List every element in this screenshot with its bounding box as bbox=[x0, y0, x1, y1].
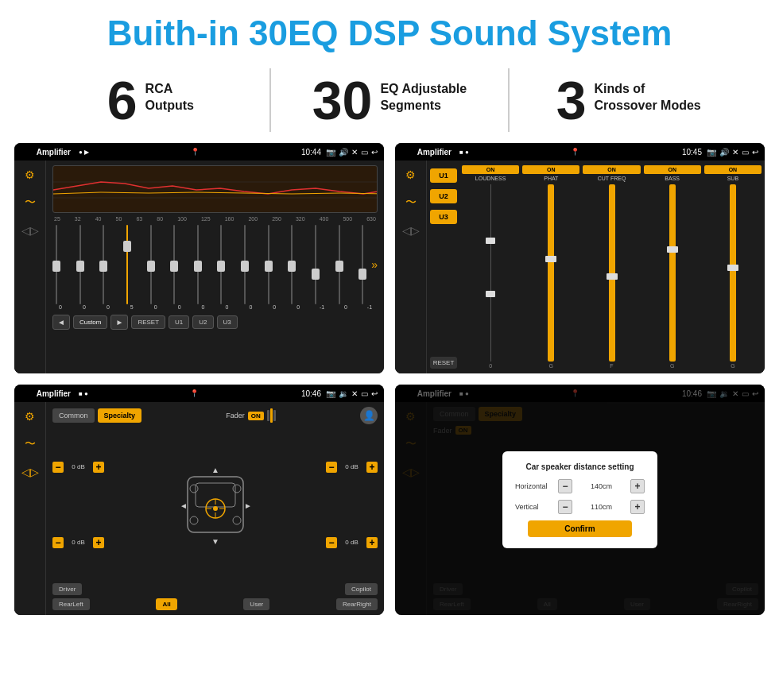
speaker-main-area: Common Specialty Fader ON 👤 bbox=[46, 402, 384, 615]
dialog-title: Car speaker distance setting bbox=[515, 462, 645, 471]
back-icon[interactable]: ↩ bbox=[371, 148, 378, 157]
u3-button[interactable]: U3 bbox=[430, 210, 457, 224]
common-tab[interactable]: Common bbox=[52, 408, 95, 423]
xover-filter-icon[interactable]: ⚙ bbox=[405, 168, 416, 181]
car-diagram: ▲ ▼ ◄ ► bbox=[109, 429, 321, 580]
window-icon-3: ▭ bbox=[361, 389, 368, 398]
svg-text:▼: ▼ bbox=[211, 537, 219, 546]
eq-freq-labels: 25 32 40 50 63 80 100 125 160 200 250 32… bbox=[52, 216, 378, 222]
driver-button[interactable]: Driver bbox=[52, 583, 82, 595]
u1-button[interactable]: U1 bbox=[430, 168, 457, 183]
home-icon-2[interactable]: ⌂ bbox=[401, 145, 409, 159]
eq-volume-icon[interactable]: ◁▷ bbox=[21, 224, 39, 237]
db-control-2: − 0 dB + bbox=[52, 537, 104, 548]
eq-prev-button[interactable]: ◄ bbox=[52, 315, 70, 330]
screenshots-grid: ⌂ Amplifier ● ▶ 📍 10:44 📷 🔊 ✕ ▭ ↩ ⚙ 〜 ◁▷ bbox=[0, 143, 779, 623]
xover-wave-icon[interactable]: 〜 bbox=[405, 195, 417, 210]
fader-sliders bbox=[267, 408, 276, 423]
spk-wave-icon[interactable]: 〜 bbox=[25, 437, 36, 451]
home-icon-3[interactable]: ⌂ bbox=[21, 386, 29, 400]
speaker-layout: − 0 dB + − 0 dB + bbox=[52, 429, 378, 580]
eq-slider-13[interactable] bbox=[358, 225, 366, 304]
specialty-tab[interactable]: Specialty bbox=[98, 408, 142, 423]
db-control-3: − 0 dB + bbox=[326, 462, 378, 473]
eq-slider-2[interactable] bbox=[99, 225, 107, 304]
eq-u3-button[interactable]: U3 bbox=[217, 315, 238, 329]
svg-point-5 bbox=[213, 506, 218, 511]
horizontal-minus-button[interactable]: − bbox=[558, 479, 572, 493]
db-value-4: 0 dB bbox=[339, 539, 365, 546]
eq-u2-button[interactable]: U2 bbox=[192, 315, 213, 329]
fader-on-badge[interactable]: ON bbox=[248, 412, 264, 420]
eq-slider-6[interactable] bbox=[194, 225, 202, 304]
db-plus-4[interactable]: + bbox=[366, 537, 378, 548]
u2-button[interactable]: U2 bbox=[430, 189, 457, 203]
vertical-plus-button[interactable]: + bbox=[630, 500, 645, 514]
home-icon[interactable]: ⌂ bbox=[21, 145, 29, 159]
eq-u1-button[interactable]: U1 bbox=[169, 315, 189, 329]
time-1: 10:44 bbox=[301, 148, 321, 157]
channel-columns: ON LOUDNESS 0 ON PHAT bbox=[462, 165, 762, 369]
eq-reset-button[interactable]: RESET bbox=[131, 315, 165, 329]
volume-icon-3: 🔉 bbox=[339, 389, 348, 398]
eq-slider-11[interactable] bbox=[312, 225, 320, 304]
db-plus-2[interactable]: + bbox=[93, 537, 104, 548]
eq-wave-icon[interactable]: 〜 bbox=[25, 195, 36, 210]
stat-label-rca-2: Outputs bbox=[145, 98, 194, 114]
stat-number-rca: 6 bbox=[107, 73, 138, 127]
db-plus-3[interactable]: + bbox=[366, 462, 378, 473]
back-icon-3[interactable]: ↩ bbox=[371, 389, 378, 398]
status-icons-2: 📷 🔊 ✕ ▭ ↩ bbox=[707, 148, 758, 157]
eq-slider-4[interactable] bbox=[147, 225, 155, 304]
eq-slider-8[interactable] bbox=[241, 225, 249, 304]
db-minus-2[interactable]: − bbox=[52, 537, 64, 548]
eq-filter-icon[interactable]: ⚙ bbox=[25, 168, 35, 181]
stat-label-crossover-1: Kinds of bbox=[594, 81, 700, 98]
camera-icon-3: 📷 bbox=[326, 389, 335, 398]
eq-slider-9[interactable] bbox=[265, 225, 273, 304]
eq-slider-3[interactable] bbox=[123, 225, 131, 304]
channel-phat: ON PHAT G bbox=[522, 165, 579, 369]
eq-next-button[interactable]: ► bbox=[110, 315, 128, 330]
rearleft-button[interactable]: RearLeft bbox=[52, 598, 90, 610]
db-value-3: 0 dB bbox=[339, 463, 365, 470]
xover-volume-icon[interactable]: ◁▷ bbox=[402, 224, 420, 237]
copilot-button[interactable]: Copilot bbox=[345, 583, 378, 595]
x-icon-3: ✕ bbox=[351, 389, 358, 398]
spk-volume-icon[interactable]: ◁▷ bbox=[21, 466, 39, 478]
horizontal-plus-button[interactable]: + bbox=[630, 479, 645, 493]
speaker-right-controls: − 0 dB + − 0 dB + bbox=[326, 429, 378, 580]
vertical-minus-button[interactable]: − bbox=[558, 500, 572, 514]
eq-slider-12[interactable] bbox=[335, 225, 343, 304]
camera-icon: 📷 bbox=[326, 148, 335, 157]
status-dots-2: ■ ● bbox=[459, 149, 469, 156]
eq-slider-0[interactable] bbox=[52, 225, 60, 304]
stat-rca: 6 RCA Outputs bbox=[48, 73, 254, 127]
db-minus-3[interactable]: − bbox=[326, 462, 337, 473]
eq-slider-5[interactable] bbox=[170, 225, 178, 304]
vertical-label: Vertical bbox=[515, 503, 555, 511]
stats-row: 6 RCA Outputs 30 EQ Adjustable Segments … bbox=[0, 60, 779, 143]
stat-divider-1 bbox=[269, 68, 271, 132]
spk-filter-icon[interactable]: ⚙ bbox=[25, 410, 35, 423]
eq-sliders-container bbox=[52, 225, 366, 304]
distance-dialog: Car speaker distance setting Horizontal … bbox=[502, 451, 657, 548]
all-button[interactable]: All bbox=[156, 598, 176, 610]
profile-icon[interactable]: 👤 bbox=[360, 407, 378, 424]
user-button[interactable]: User bbox=[243, 598, 269, 610]
eq-slider-7[interactable] bbox=[217, 225, 225, 304]
db-plus-1[interactable]: + bbox=[93, 462, 104, 473]
fader-control: Fader ON bbox=[226, 408, 276, 423]
stat-number-eq: 30 bbox=[312, 73, 373, 127]
crossover-reset-button[interactable]: RESET bbox=[430, 357, 457, 369]
more-icon[interactable]: » bbox=[368, 258, 378, 271]
db-minus-1[interactable]: − bbox=[52, 462, 64, 473]
confirm-button[interactable]: Confirm bbox=[528, 520, 631, 537]
speaker-screen-content: ⚙ 〜 ◁▷ Common Specialty Fader ON bbox=[14, 402, 384, 615]
rearright-button[interactable]: RearRight bbox=[336, 598, 378, 610]
db-minus-4[interactable]: − bbox=[326, 537, 337, 548]
eq-slider-10[interactable] bbox=[288, 225, 296, 304]
eq-slider-1[interactable] bbox=[76, 225, 84, 304]
back-icon-2[interactable]: ↩ bbox=[752, 148, 758, 157]
crossover-sidebar: ⚙ 〜 ◁▷ bbox=[395, 160, 427, 373]
